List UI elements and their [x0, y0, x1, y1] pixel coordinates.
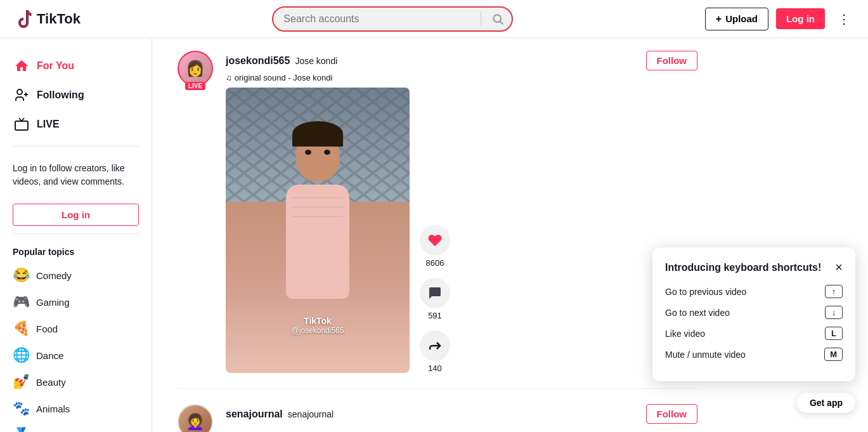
shortcut-mute-video: Mute / unmute video M	[665, 348, 843, 361]
video-item-2: 👩‍🦱 senajournal senajournal Follow	[178, 404, 697, 432]
popup-title: Introducing keyboard shortcuts!	[665, 262, 821, 273]
video-feed: 👩 LIVE josekondi565 Jose kondi Follow	[178, 51, 697, 432]
topic-label-comedy: Comedy	[36, 270, 72, 281]
heart-icon	[420, 225, 450, 256]
upload-button[interactable]: + Upload	[705, 8, 768, 30]
username-2[interactable]: senajournal	[226, 409, 283, 420]
svg-rect-5	[15, 121, 28, 130]
like-count-1: 8606	[426, 258, 444, 268]
share-icon	[420, 331, 450, 361]
topic-beauty[interactable]: 💅 Beauty	[0, 369, 152, 395]
comment-button-1[interactable]: 591	[420, 278, 450, 320]
share-count-1: 140	[428, 363, 442, 373]
sound-text-1: original sound - Jose kondi	[235, 73, 333, 82]
keyboard-shortcuts-popup: Introducing keyboard shortcuts! × Go to …	[652, 247, 855, 381]
like-button-1[interactable]: 8606	[420, 225, 450, 268]
sidebar-item-live[interactable]: LIVE	[0, 110, 152, 138]
search-icon	[491, 13, 504, 25]
watermark-1: TikTok @josekondi565	[292, 316, 344, 335]
sidebar-item-for-you[interactable]: For You	[0, 52, 152, 80]
video-header-1: josekondi565 Jose kondi Follow	[226, 51, 697, 70]
get-app-button[interactable]: Get app	[797, 393, 855, 413]
shortcut-label-like: Like video	[665, 329, 705, 339]
topic-label-sports: Sports	[36, 430, 63, 433]
sports-icon: 🏅	[13, 427, 30, 432]
shortcut-key-like: L	[825, 327, 843, 340]
search-input[interactable]	[273, 8, 478, 30]
svg-line-1	[500, 21, 503, 24]
dance-icon: 🌐	[13, 347, 30, 363]
video-item-1: 👩 LIVE josekondi565 Jose kondi Follow	[178, 51, 697, 389]
watermark-handle: @josekondi565	[292, 326, 344, 335]
animals-icon: 🐾	[13, 400, 30, 417]
close-popup-button[interactable]: ×	[835, 260, 843, 275]
more-options-button[interactable]: ⋮	[832, 9, 855, 29]
follow-button-2[interactable]: Follow	[646, 404, 698, 424]
watermark-brand: TikTok	[292, 316, 344, 326]
shortcut-label-next: Go to next video	[665, 308, 730, 318]
topic-label-dance: Dance	[36, 350, 63, 361]
video-actions-1: 8606 591	[420, 225, 450, 373]
svg-point-2	[17, 89, 22, 95]
avatar-2[interactable]: 👩‍🦱	[178, 404, 213, 432]
main-feed: 👩 LIVE josekondi565 Jose kondi Follow	[152, 38, 723, 432]
topic-sports[interactable]: 🏅 Sports	[0, 422, 152, 432]
food-icon: 🍕	[13, 320, 30, 337]
search-button[interactable]	[484, 8, 512, 30]
topic-animals[interactable]: 🐾 Animals	[0, 395, 152, 422]
video-user-info-1: josekondi565 Jose kondi	[226, 55, 337, 67]
live-badge-1: LIVE	[185, 82, 205, 90]
header: TikTok + Upload Log in ⋮	[0, 0, 868, 38]
video-content-2: senajournal senajournal Follow	[226, 404, 697, 432]
sidebar-divider-1	[13, 146, 139, 147]
logo[interactable]: TikTok	[13, 9, 81, 29]
username-1[interactable]: josekondi565	[226, 55, 290, 67]
svg-point-0	[494, 15, 502, 22]
display-name-1: Jose kondi	[295, 56, 337, 66]
music-note-icon: ♫	[226, 73, 232, 82]
popular-topics-label: Popular topics	[0, 242, 152, 262]
video-thumb-inner-1: TikTok @josekondi565	[226, 88, 410, 373]
search-divider	[481, 11, 481, 27]
popup-header: Introducing keyboard shortcuts! ×	[665, 260, 843, 275]
topic-food[interactable]: 🍕 Food	[0, 315, 152, 342]
comedy-icon: 😂	[13, 267, 30, 284]
shortcut-prev-video: Go to previous video ↑	[665, 285, 843, 298]
video-row-1: TikTok @josekondi565	[226, 88, 697, 373]
video-author-2: 👩‍🦱	[178, 404, 213, 432]
video-author-1: 👩 LIVE	[178, 51, 213, 373]
topic-label-animals: Animals	[36, 403, 70, 414]
sidebar-login-button[interactable]: Log in	[13, 204, 139, 226]
beauty-icon: 💅	[13, 374, 30, 390]
follow-button-1[interactable]: Follow	[646, 51, 698, 70]
avatar-1[interactable]: 👩	[178, 51, 213, 86]
home-icon	[13, 57, 30, 75]
login-prompt-text: Log in to follow creators, like videos, …	[0, 154, 152, 196]
topic-label-gaming: Gaming	[36, 297, 70, 308]
shortcut-key-prev: ↑	[825, 285, 843, 298]
video-thumbnail-1[interactable]: TikTok @josekondi565	[226, 88, 410, 373]
topic-label-beauty: Beauty	[36, 377, 66, 388]
shortcut-key-next: ↓	[825, 306, 843, 319]
tiktok-logo-icon	[13, 9, 33, 29]
sidebar: For You Following LIVE Log in to follow …	[0, 38, 152, 432]
logo-text: TikTok	[37, 11, 81, 27]
sidebar-label-for-you: For You	[37, 60, 74, 72]
topic-gaming[interactable]: 🎮 Gaming	[0, 289, 152, 315]
video-user-info-2: senajournal senajournal	[226, 409, 334, 420]
video-content-1: josekondi565 Jose kondi Follow ♫ origina…	[226, 51, 697, 373]
shortcut-label-mute: Mute / unmute video	[665, 350, 746, 360]
shortcut-next-video: Go to next video ↓	[665, 306, 843, 319]
live-icon	[13, 115, 30, 133]
video-sound-1: ♫ original sound - Jose kondi	[226, 73, 697, 82]
main-nav: For You Following LIVE	[0, 52, 152, 138]
share-button-1[interactable]: 140	[420, 331, 450, 373]
header-login-button[interactable]: Log in	[776, 8, 825, 29]
sidebar-item-following[interactable]: Following	[0, 81, 152, 109]
shortcut-key-mute: M	[824, 348, 843, 361]
sidebar-divider-2	[13, 233, 139, 234]
topic-comedy[interactable]: 😂 Comedy	[0, 262, 152, 289]
header-actions: + Upload Log in ⋮	[705, 8, 855, 30]
plus-icon: +	[716, 13, 722, 25]
topic-dance[interactable]: 🌐 Dance	[0, 342, 152, 369]
